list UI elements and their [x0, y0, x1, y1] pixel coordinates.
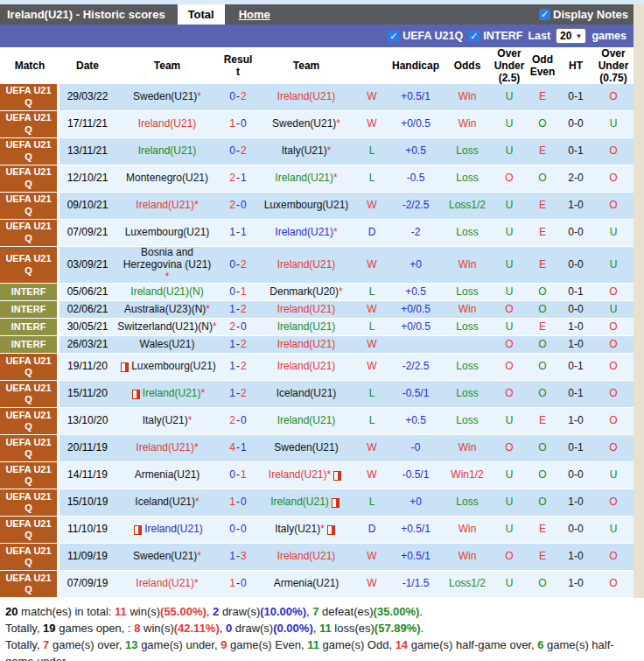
- match-date: 09/10/21: [60, 193, 116, 219]
- handicap-value: +0.5/1: [388, 84, 443, 110]
- over-under-25: U: [492, 408, 527, 434]
- table-header: Match Date Team Result Team Handicap Odd…: [0, 47, 634, 84]
- handicap-value: +0/0.5: [388, 111, 443, 137]
- score: 1-2: [219, 301, 257, 318]
- home-score: 2: [229, 415, 235, 427]
- match-date: 20/11/19: [60, 435, 116, 461]
- home-score: 0: [229, 469, 235, 482]
- competition-label: UEFA U21 Q: [0, 462, 60, 489]
- score: 0-2: [219, 84, 257, 110]
- page-title: Ireland(U21) - Historic scores: [0, 8, 165, 21]
- home-score: 1: [229, 304, 235, 316]
- odd-even: E: [527, 138, 558, 165]
- home-team: Ireland(U21): [116, 111, 219, 137]
- odds-value: Win: [443, 301, 492, 318]
- home-team-name: Ireland(U21)(N): [130, 286, 203, 299]
- away-team: Ireland(U21)*: [257, 462, 355, 489]
- over-under-25: O: [492, 354, 527, 380]
- over-under-075: O: [593, 193, 634, 219]
- home-score: 0: [229, 524, 235, 536]
- odds-value: Win: [443, 544, 492, 570]
- ht-score: 1-0: [558, 336, 593, 353]
- home-score: 1: [229, 388, 235, 400]
- advantage-star: *: [213, 321, 217, 334]
- ht-score: 0-0: [558, 220, 593, 246]
- odds-value: Loss: [443, 319, 492, 335]
- tab-home[interactable]: Home: [237, 4, 272, 25]
- match-date: 11/09/19: [60, 544, 116, 570]
- handicap-value: -1/1.5: [388, 571, 443, 597]
- over-under-25: U: [492, 489, 527, 516]
- home-score: 2: [229, 172, 235, 185]
- uefa-u21q-toggle[interactable]: UEFA U21Q: [388, 30, 463, 42]
- over-under-075: O: [593, 435, 634, 461]
- interf-toggle[interactable]: INTERF: [468, 30, 522, 42]
- last-games-value: 20: [560, 30, 571, 42]
- advantage-star: *: [327, 145, 332, 158]
- advantage-star: *: [194, 200, 199, 212]
- score: 1-2: [219, 354, 257, 380]
- display-notes-toggle[interactable]: Display Notes: [539, 8, 634, 21]
- match-date: 13/10/20: [60, 408, 116, 434]
- away-team: Ireland(U21): [257, 354, 355, 380]
- advantage-star: *: [197, 551, 201, 563]
- handicap-value: +0: [388, 489, 443, 516]
- score: 2-0: [219, 408, 257, 434]
- odd-even: E: [527, 247, 558, 283]
- table-row: UEFA U21 Q03/09/21Bosnia and Herzegovina…: [0, 247, 634, 284]
- over-under-075: O: [593, 408, 634, 434]
- odd-even: O: [527, 284, 558, 300]
- result-letter: L: [355, 489, 388, 516]
- odds-value: Loss1/2: [443, 571, 492, 597]
- header-over-under-075: Over Under (0.75): [593, 47, 634, 84]
- away-team-name: Ireland(U21): [277, 321, 336, 334]
- result-letter: L: [355, 319, 388, 335]
- score: 0-1: [219, 462, 257, 489]
- table-row: UEFA U21 Q11/09/19Sweden(U21)*1-3Ireland…: [0, 544, 634, 571]
- match-date: 14/11/19: [60, 462, 116, 489]
- match-date: 12/10/21: [60, 165, 116, 192]
- match-date: 11/10/19: [60, 517, 116, 543]
- away-team-name: Ireland(U21): [277, 259, 336, 271]
- home-team-name: Ireland(U21): [136, 200, 194, 212]
- away-team: Ireland(U21): [257, 84, 355, 110]
- odd-even: O: [527, 381, 558, 407]
- ht-score: 0-1: [558, 284, 593, 300]
- home-team-name: Ireland(U21): [138, 118, 197, 130]
- odds-value: Win: [443, 247, 492, 283]
- home-team-name: Iceland(U21): [135, 496, 195, 509]
- tab-total[interactable]: Total: [178, 4, 225, 25]
- odds-value: Win: [443, 517, 492, 543]
- away-team-name: Sweden(U21): [272, 118, 336, 130]
- over-under-075: O: [593, 354, 634, 380]
- home-team: Switzerland(U21)(N)*: [116, 319, 219, 335]
- over-under-075: U: [593, 517, 634, 543]
- home-team: Armenia(U21): [116, 462, 219, 489]
- away-team-name: Ireland(U21): [269, 469, 327, 482]
- title-bar: Ireland(U21) - Historic scores Total Hom…: [0, 4, 634, 25]
- checkbox-checked-icon[interactable]: [388, 31, 399, 42]
- summary-line: Totally, 19 games open, : 8 win(s)(42.11…: [5, 621, 639, 637]
- competition-label: INTERF: [0, 301, 60, 318]
- home-team: Ireland(U21)*: [116, 571, 219, 597]
- over-under-075: O: [593, 336, 634, 353]
- home-score: 1: [229, 361, 235, 373]
- result-letter: W: [355, 336, 388, 353]
- handicap-value: +0.5/1: [388, 517, 443, 543]
- score: 1-0: [219, 111, 257, 137]
- away-team-name: Armenia(U21): [274, 578, 340, 590]
- competition-label: INTERF: [0, 284, 60, 300]
- home-team-name: Ireland(U21): [136, 578, 194, 590]
- over-under-075: O: [593, 165, 634, 192]
- checkbox-checked-icon[interactable]: [539, 9, 550, 20]
- uefa-u21q-label: UEFA U21Q: [402, 30, 463, 42]
- home-team-name: Ireland(U21): [136, 442, 194, 454]
- last-games-select[interactable]: 20: [556, 28, 586, 44]
- odd-even: O: [527, 435, 558, 461]
- checkbox-checked-icon[interactable]: [468, 31, 480, 42]
- away-team-name: Ireland(U21): [270, 496, 329, 509]
- table-row: UEFA U21 Q17/11/21Ireland(U21)1-0Sweden(…: [0, 111, 634, 138]
- competition-label: INTERF: [0, 319, 60, 335]
- handicap-value: -2/2.5: [388, 193, 443, 219]
- table-row: UEFA U21 Q07/09/21Luxembourg(U21)1-1Irel…: [0, 220, 634, 247]
